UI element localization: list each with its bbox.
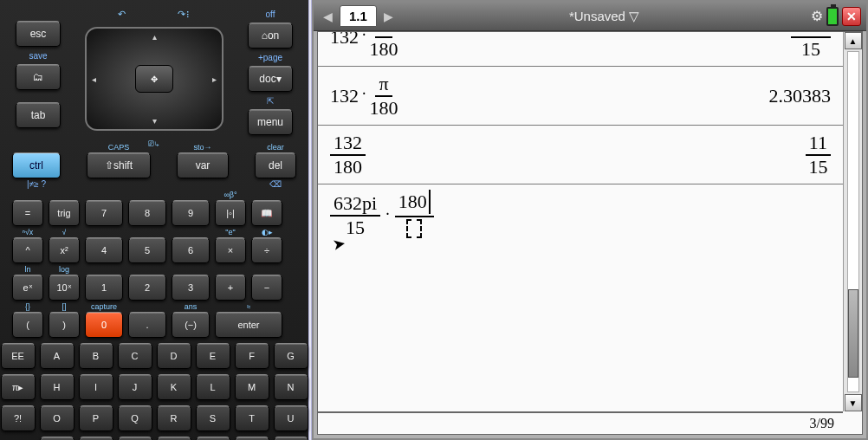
key-9[interactable]: 9 — [172, 200, 210, 226]
on-key[interactable]: ⌂on — [248, 23, 293, 49]
alpha-key-E[interactable]: E — [196, 343, 230, 369]
key-0[interactable]: 0 — [85, 312, 123, 338]
alpha-key-B[interactable]: B — [79, 343, 113, 369]
key-2[interactable]: 2 — [128, 275, 166, 301]
scroll-up-button[interactable]: ▲ — [845, 32, 862, 49]
alpha-key-?![interactable]: ?! — [1, 405, 36, 431]
alpha-key-N[interactable]: N — [274, 374, 308, 400]
alpha-key-Y[interactable]: Y — [157, 437, 191, 440]
del-key[interactable]: del — [255, 152, 296, 178]
key-7[interactable]: 7 — [85, 200, 123, 226]
key-label: [] — [62, 302, 66, 312]
clear-label: clear — [255, 144, 296, 152]
key-[interactable]: ^ — [12, 237, 43, 263]
key-label: ∞β° — [223, 191, 236, 200]
alpha-key-W[interactable]: W — [79, 437, 113, 440]
alpha-key-J[interactable]: J — [118, 374, 152, 400]
entry-whole: 132 — [330, 85, 359, 107]
key-1[interactable]: 1 — [85, 275, 123, 301]
denominator: 180 — [370, 38, 398, 59]
touchpad-click[interactable]: ✥ — [135, 65, 173, 93]
key-[interactable]: ) — [49, 312, 80, 338]
alpha-key-V[interactable]: V — [40, 437, 74, 440]
alpha-key-↵[interactable]: ↵ — [274, 437, 308, 440]
key-enter[interactable]: enter — [215, 312, 282, 338]
key-10[interactable]: 10ˣ — [49, 275, 80, 301]
scroll-track[interactable] — [847, 51, 859, 392]
dropdown-icon[interactable]: ▽ — [629, 9, 639, 24]
alpha-key-P[interactable]: P — [79, 405, 113, 431]
var-key[interactable]: var — [177, 152, 229, 178]
key-5[interactable]: 5 — [128, 237, 166, 263]
key-[interactable]: |◦| — [215, 200, 246, 226]
tab-key[interactable]: tab — [16, 102, 61, 128]
alpha-key-X[interactable]: X — [118, 437, 152, 440]
alpha-key-Z[interactable]: Z — [196, 437, 230, 440]
alpha-key-S[interactable]: S — [196, 405, 230, 431]
empty-denominator-box[interactable] — [406, 219, 422, 238]
scroll-thumb[interactable] — [848, 289, 858, 378]
alpha-key-R[interactable]: R — [157, 405, 191, 431]
key-[interactable]: + — [215, 275, 246, 301]
key-6[interactable]: 6 — [172, 237, 210, 263]
alpha-key-I[interactable]: I — [79, 374, 113, 400]
key-label: ⁿ√x — [23, 228, 34, 237]
battery-icon — [826, 7, 839, 26]
key-3[interactable]: 3 — [172, 275, 210, 301]
history-entry[interactable]: 132 · π 180 11·π 15 — [318, 32, 843, 67]
close-button[interactable]: ✕ — [842, 7, 861, 26]
alpha-key-K[interactable]: K — [157, 374, 191, 400]
save-label: save — [29, 51, 47, 61]
alpha-key-π▸[interactable]: π▸ — [1, 374, 36, 400]
doc-key[interactable]: doc▾ — [248, 66, 293, 92]
history-entry[interactable]: 132 180 11 15 — [318, 126, 843, 184]
key-trig[interactable]: trig — [49, 200, 80, 226]
save-key[interactable]: 🗂 — [16, 64, 61, 90]
alpha-key-M[interactable]: M — [235, 374, 269, 400]
alpha-key-G[interactable]: G — [274, 343, 308, 369]
key-[interactable]: 📖 — [251, 200, 282, 226]
prev-tab-button[interactable]: ◀ — [319, 6, 336, 27]
tab-1-1[interactable]: 1.1 — [340, 5, 377, 27]
alpha-key-H[interactable]: H — [40, 374, 74, 400]
key-[interactable]: . — [128, 312, 166, 338]
key-label: ans — [185, 302, 198, 312]
alpha-key-C[interactable]: C — [118, 343, 152, 369]
alpha-key-A[interactable]: A — [40, 343, 74, 369]
ctrl-key[interactable]: ctrl — [12, 152, 61, 178]
touchpad[interactable]: ▴ ▾ ◂ ▸ ✥ — [85, 27, 223, 131]
key-x[interactable]: x² — [49, 237, 80, 263]
esc-key[interactable]: esc — [16, 21, 61, 47]
key-[interactable]: ( — [12, 312, 43, 338]
arrow-right-icon: ▸ — [212, 74, 217, 84]
alpha-key-L[interactable]: L — [196, 374, 230, 400]
ctrl-sub: |≠≥ ? — [27, 179, 46, 189]
menu-key[interactable]: menu — [248, 109, 293, 135]
history-entry[interactable]: 132 · π 180 2.30383 — [318, 67, 843, 126]
key-4[interactable]: 4 — [85, 237, 123, 263]
alpha-key-Q[interactable]: Q — [118, 405, 152, 431]
next-tab-button[interactable]: ▶ — [380, 6, 398, 27]
key-e[interactable]: eˣ — [12, 275, 43, 301]
settings-icon[interactable]: ⚙ — [811, 8, 823, 24]
entry-lhs: 132 180 — [330, 133, 366, 177]
key-[interactable]: − — [251, 275, 282, 301]
key-[interactable]: ÷ — [251, 237, 282, 263]
alpha-key-F[interactable]: F — [235, 343, 269, 369]
alpha-key-EE[interactable]: EE — [1, 343, 36, 369]
alpha-key-␣[interactable]: ␣ — [235, 437, 269, 440]
alpha-key-O[interactable]: O — [40, 405, 74, 431]
key-[interactable]: = — [12, 200, 43, 226]
scrollbar[interactable]: ▲ ▼ — [843, 32, 862, 411]
input-frac1-den: 15 — [346, 217, 365, 237]
alpha-key-U[interactable]: U — [274, 405, 308, 431]
alpha-key-T[interactable]: T — [235, 405, 269, 431]
key-[interactable]: × — [215, 237, 246, 263]
input-line[interactable]: 632pi 15 · 180 — [318, 184, 843, 247]
key-label: {} — [25, 302, 30, 312]
key-[interactable]: (−) — [172, 312, 210, 338]
key-8[interactable]: 8 — [128, 200, 166, 226]
scroll-down-button[interactable]: ▼ — [845, 394, 862, 411]
shift-key[interactable]: ⇧shift — [87, 152, 151, 178]
alpha-key-D[interactable]: D — [157, 343, 191, 369]
